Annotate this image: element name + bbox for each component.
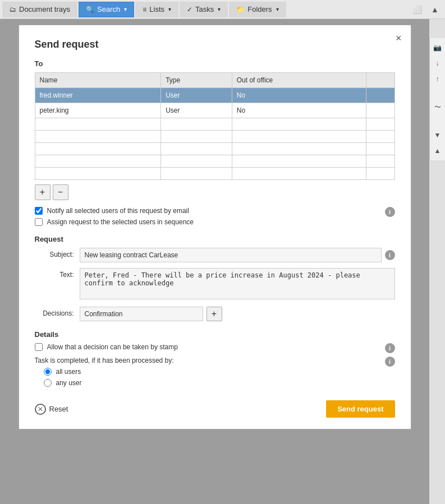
download-icon[interactable]: ↓ (430, 56, 445, 71)
folders-arrow-icon: ▾ (276, 6, 279, 12)
subject-field (80, 248, 382, 262)
send-request-button[interactable]: Send request (326, 400, 394, 418)
search-arrow-icon: ▾ (124, 6, 127, 12)
task-completed-label: Task is completed, if it has been proces… (35, 357, 395, 364)
row-type: User (161, 88, 232, 103)
empty-row (35, 168, 394, 180)
top-nav-bar: 🗂 Document trays 🔍 Search ▾ ≡ Lists ▾ ✓ … (0, 0, 445, 19)
search-icon: 🔍 (86, 6, 94, 13)
tasks-label: Tasks (195, 5, 214, 13)
row-out-of-office: No (232, 103, 366, 118)
document-trays-label: Document trays (19, 5, 70, 13)
modal-footer: ✕ Reset Send request (35, 396, 395, 418)
scroll-up-icon[interactable]: ▲ (430, 144, 445, 158)
add-recipient-button[interactable]: + (35, 184, 51, 200)
upload-icon[interactable]: ↑ (430, 72, 445, 86)
text-row: Text: Peter, Fred - There will be a pric… (35, 268, 395, 301)
task-completed-area: Task is completed, if it has been proces… (35, 357, 395, 364)
sidebar-right: 📷 ↓ ↑ 〜 ▼ ▲ (429, 38, 445, 160)
remove-recipient-button[interactable]: − (53, 184, 68, 200)
sequence-checkbox-row: Assign request to the selected users in … (35, 218, 395, 226)
tasks-icon: ✓ (187, 6, 192, 13)
reset-button[interactable]: ✕ Reset (35, 404, 68, 415)
lists-label: Lists (149, 5, 164, 13)
scroll-down-icon[interactable]: ▼ (430, 128, 445, 142)
decisions-row: Decisions: + (35, 307, 395, 321)
all-users-radio[interactable] (44, 368, 52, 376)
tasks-arrow-icon: ▾ (218, 6, 221, 12)
folders-label: Folders (247, 5, 272, 13)
modal-title: Send request (35, 39, 395, 50)
decisions-field: + (80, 307, 395, 321)
text-field: Peter, Fred - There will be a price incr… (80, 268, 395, 301)
tab-tasks[interactable]: ✓ Tasks ▾ (180, 2, 228, 17)
stamp-info-icon[interactable]: i (385, 343, 395, 353)
col-type: Type (161, 73, 232, 88)
any-user-radio-row: any user (44, 379, 395, 387)
decisions-label: Decisions: (35, 307, 80, 317)
text-textarea[interactable]: Peter, Fred - There will be a price incr… (80, 268, 395, 299)
notification-options: Notify all selected users of this reques… (35, 207, 395, 226)
to-label: To (35, 59, 395, 68)
subject-row: Subject: i (35, 248, 395, 262)
col-actions (366, 73, 394, 88)
reset-label: Reset (49, 405, 68, 413)
tab-lists[interactable]: ≡ Lists ▾ (135, 2, 178, 17)
details-section: Allow that a decision can be taken by st… (35, 343, 395, 387)
wave-icon[interactable]: 〜 (430, 100, 445, 114)
any-user-label: any user (56, 379, 82, 387)
stamp-area: Allow that a decision can be taken by st… (35, 343, 395, 351)
decisions-input[interactable] (80, 307, 203, 321)
row-name: peter.king (35, 103, 161, 118)
request-section: Subject: i Text: Peter, Fred - There wil… (35, 248, 395, 321)
col-name: Name (35, 73, 161, 88)
stamp-checkbox[interactable] (35, 343, 43, 351)
camera-icon[interactable]: 📷 (430, 40, 445, 55)
decisions-controls: + (80, 307, 395, 321)
notification-info-icon[interactable]: i (385, 207, 395, 217)
recipients-table: Name Type Out of office fred.winner User… (35, 72, 395, 180)
reset-icon: ✕ (35, 404, 46, 415)
request-section-label: Request (35, 235, 395, 243)
notify-checkbox-row: Notify all selected users of this reques… (35, 207, 395, 215)
modal-overlay: Send request × To Name Type Out of offic… (0, 19, 429, 504)
add-remove-controls: + − (35, 184, 395, 200)
row-action (366, 103, 394, 118)
monitor-icon[interactable]: ⬜ (409, 2, 425, 17)
add-decision-button[interactable]: + (207, 307, 222, 321)
folders-icon: 📁 (236, 6, 245, 13)
table-row[interactable]: fred.winner User No (35, 88, 394, 103)
col-out-of-office: Out of office (232, 73, 366, 88)
stamp-label: Allow that a decision can be taken by st… (47, 343, 178, 351)
collapse-icon[interactable]: ▲ (427, 2, 443, 17)
tab-search[interactable]: 🔍 Search ▾ (79, 2, 134, 17)
details-section-label: Details (35, 330, 395, 339)
close-button[interactable]: × (396, 33, 402, 43)
all-users-radio-row: all users (44, 368, 395, 376)
nav-right-controls: ⬜ ▲ (409, 2, 443, 17)
stamp-checkbox-row: Allow that a decision can be taken by st… (35, 343, 395, 351)
text-label: Text: (35, 268, 80, 279)
document-trays-icon: 🗂 (10, 6, 16, 13)
empty-row (35, 143, 394, 155)
send-request-modal: Send request × To Name Type Out of offic… (19, 25, 411, 429)
task-completed-info-icon[interactable]: i (385, 357, 395, 367)
row-out-of-office: No (232, 88, 366, 103)
subject-input[interactable] (80, 248, 382, 262)
lists-arrow-icon: ▾ (168, 6, 171, 12)
tab-document-trays[interactable]: 🗂 Document trays (2, 2, 77, 17)
notify-label: Notify all selected users of this reques… (47, 207, 189, 215)
sequence-checkbox[interactable] (35, 218, 43, 226)
search-label: Search (97, 5, 120, 13)
table-row[interactable]: peter.king User No (35, 103, 394, 118)
tab-folders[interactable]: 📁 Folders ▾ (229, 2, 286, 17)
row-type: User (161, 103, 232, 118)
sequence-label: Assign request to the selected users in … (47, 218, 194, 226)
notify-checkbox[interactable] (35, 207, 43, 215)
subject-info-icon[interactable]: i (385, 250, 395, 260)
empty-row (35, 118, 394, 131)
any-user-radio[interactable] (44, 379, 52, 387)
radio-options: all users any user (35, 368, 395, 387)
subject-label: Subject: (35, 248, 80, 258)
lists-icon: ≡ (143, 6, 146, 13)
